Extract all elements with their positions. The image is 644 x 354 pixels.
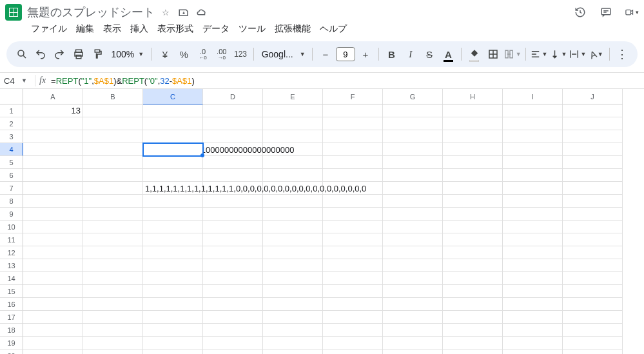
- cell-E2[interactable]: [263, 117, 323, 130]
- row-header-12[interactable]: 12: [0, 246, 23, 259]
- cell-H13[interactable]: [443, 259, 503, 272]
- star-icon[interactable]: ☆: [160, 6, 171, 18]
- cell-I16[interactable]: [503, 298, 563, 311]
- menu-view[interactable]: 表示: [99, 22, 125, 36]
- cell-B11[interactable]: [83, 233, 143, 246]
- col-header-D[interactable]: D: [203, 89, 263, 104]
- cell-C3[interactable]: [143, 130, 203, 143]
- cell-H14[interactable]: [443, 272, 503, 285]
- cell-E11[interactable]: [263, 233, 323, 246]
- cell-H16[interactable]: [443, 298, 503, 311]
- selection-handle[interactable]: [200, 153, 204, 157]
- cell-E3[interactable]: [263, 130, 323, 143]
- cell-F6[interactable]: [323, 169, 383, 182]
- cell-B17[interactable]: [83, 311, 143, 324]
- cell-D19[interactable]: [203, 337, 263, 349]
- cell-H19[interactable]: [443, 337, 503, 349]
- col-header-A[interactable]: A: [23, 89, 83, 104]
- cell-D5[interactable]: [203, 156, 263, 169]
- cell-I10[interactable]: [503, 221, 563, 233]
- col-header-H[interactable]: H: [443, 89, 503, 104]
- cell-B6[interactable]: [83, 169, 143, 182]
- row-header-13[interactable]: 13: [0, 259, 23, 272]
- cell-G3[interactable]: [383, 130, 443, 143]
- row-header-1[interactable]: 1: [0, 104, 23, 117]
- cell-C7[interactable]: [143, 182, 203, 195]
- cell-J3[interactable]: [563, 130, 623, 143]
- cell-A20[interactable]: [23, 349, 83, 354]
- cell-F14[interactable]: [323, 272, 383, 285]
- cell-J10[interactable]: [563, 221, 623, 233]
- cell-F4[interactable]: [323, 143, 383, 156]
- cell-I1[interactable]: [503, 104, 563, 117]
- cell-D1[interactable]: [203, 104, 263, 117]
- cell-F10[interactable]: [323, 221, 383, 233]
- cell-E8[interactable]: [263, 195, 323, 208]
- row-header-9[interactable]: 9: [0, 208, 23, 221]
- cell-H1[interactable]: [443, 104, 503, 117]
- cell-E17[interactable]: [263, 311, 323, 324]
- row-header-14[interactable]: 14: [0, 272, 23, 285]
- comment-icon[interactable]: [599, 5, 613, 19]
- cell-F20[interactable]: [323, 349, 383, 354]
- cell-F3[interactable]: [323, 130, 383, 143]
- cell-H7[interactable]: [443, 182, 503, 195]
- cell-H6[interactable]: [443, 169, 503, 182]
- cell-J16[interactable]: [563, 298, 623, 311]
- cell-G8[interactable]: [383, 195, 443, 208]
- currency-button[interactable]: ¥: [156, 45, 173, 63]
- more-button[interactable]: ⋮: [614, 45, 631, 63]
- cell-F17[interactable]: [323, 311, 383, 324]
- cell-I15[interactable]: [503, 285, 563, 298]
- cell-E1[interactable]: [263, 104, 323, 117]
- move-icon[interactable]: [178, 6, 190, 18]
- cell-J6[interactable]: [563, 169, 623, 182]
- menu-insert[interactable]: 挿入: [126, 22, 152, 36]
- cell-G14[interactable]: [383, 272, 443, 285]
- cell-H10[interactable]: [443, 221, 503, 233]
- menu-ext[interactable]: 拡張機能: [271, 22, 315, 36]
- cell-A12[interactable]: [23, 246, 83, 259]
- cell-D2[interactable]: [203, 117, 263, 130]
- cell-G12[interactable]: [383, 246, 443, 259]
- cell-H11[interactable]: [443, 233, 503, 246]
- cell-F1[interactable]: [323, 104, 383, 117]
- undo-icon[interactable]: [32, 45, 49, 63]
- col-header-F[interactable]: F: [323, 89, 383, 104]
- cell-F18[interactable]: [323, 324, 383, 337]
- row-header-2[interactable]: 2: [0, 117, 23, 130]
- cell-B5[interactable]: [83, 156, 143, 169]
- row-header-15[interactable]: 15: [0, 285, 23, 298]
- cell-J2[interactable]: [563, 117, 623, 130]
- row-header-20[interactable]: 20: [0, 349, 23, 354]
- cell-H17[interactable]: [443, 311, 503, 324]
- cell-H5[interactable]: [443, 156, 503, 169]
- cell-C13[interactable]: [143, 259, 203, 272]
- cell-A6[interactable]: [23, 169, 83, 182]
- cell-H4[interactable]: [443, 143, 503, 156]
- col-header-J[interactable]: J: [563, 89, 623, 104]
- paint-format-icon[interactable]: [88, 45, 106, 63]
- col-header-E[interactable]: E: [263, 89, 323, 104]
- cell-C15[interactable]: [143, 285, 203, 298]
- cloud-icon[interactable]: [196, 6, 208, 18]
- name-box[interactable]: C4▼: [0, 76, 31, 86]
- cell-B14[interactable]: [83, 272, 143, 285]
- cell-A3[interactable]: [23, 130, 83, 143]
- cell-E5[interactable]: [263, 156, 323, 169]
- cell-G6[interactable]: [383, 169, 443, 182]
- cell-I8[interactable]: [503, 195, 563, 208]
- cell-C5[interactable]: [143, 156, 203, 169]
- cell-D8[interactable]: [203, 195, 263, 208]
- cell-D10[interactable]: [203, 221, 263, 233]
- text-color-button[interactable]: A: [440, 45, 457, 63]
- row-header-17[interactable]: 17: [0, 311, 23, 324]
- cell-I3[interactable]: [503, 130, 563, 143]
- cell-I6[interactable]: [503, 169, 563, 182]
- cell-D16[interactable]: [203, 298, 263, 311]
- italic-button[interactable]: I: [402, 45, 419, 63]
- cell-G17[interactable]: [383, 311, 443, 324]
- cell-D4[interactable]: [203, 143, 263, 156]
- cell-C11[interactable]: [143, 233, 203, 246]
- cell-I19[interactable]: [503, 337, 563, 349]
